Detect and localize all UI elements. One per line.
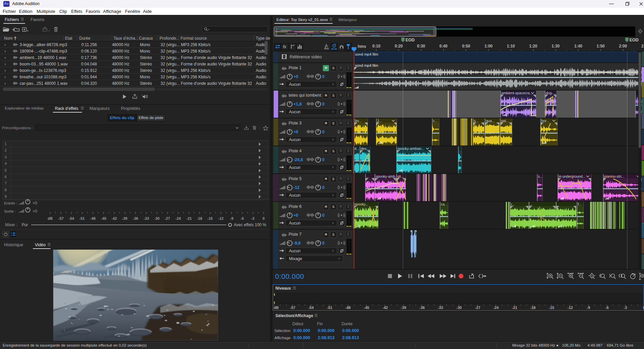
svg-text:1:00: 1:00 <box>484 44 493 49</box>
svg-text:1:40: 1:40 <box>574 44 582 49</box>
svg-text:1:10: 1:10 <box>507 44 515 49</box>
svg-text:1:30: 1:30 <box>552 44 560 49</box>
svg-text:1:50: 1:50 <box>597 44 605 49</box>
svg-text:0:20: 0:20 <box>395 44 403 49</box>
svg-text:0:50: 0:50 <box>462 44 470 49</box>
svg-text:0:40: 0:40 <box>439 44 448 49</box>
svg-text:2:10: 2:10 <box>641 44 644 49</box>
svg-text:1:20: 1:20 <box>529 44 537 49</box>
svg-text:0:30: 0:30 <box>417 44 425 49</box>
svg-text:0:10: 0:10 <box>372 44 380 49</box>
svg-text:2:00: 2:00 <box>619 44 627 49</box>
